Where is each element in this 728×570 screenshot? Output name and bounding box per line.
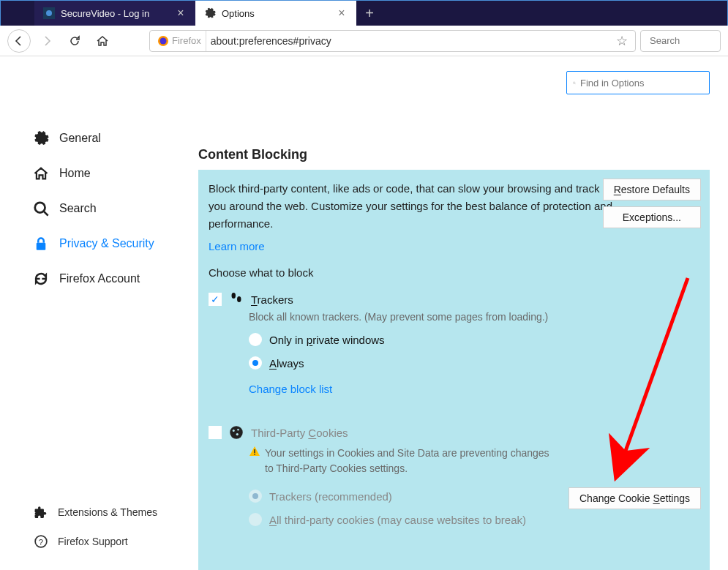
section-title: Content Blocking xyxy=(198,147,710,162)
warning-icon xyxy=(249,446,260,457)
svg-point-15 xyxy=(230,426,243,439)
only-private-option[interactable]: Only in private windows xyxy=(249,333,699,346)
find-in-options[interactable] xyxy=(566,71,710,94)
main-panel: Content Blocking Block third-party conte… xyxy=(198,56,727,569)
tab-strip: SecureVideo - Log in × Options × + xyxy=(0,0,728,26)
radio-label: Only in private windows xyxy=(269,334,385,346)
radio-button xyxy=(249,490,262,503)
change-block-list-link[interactable]: Change block list xyxy=(249,383,332,395)
svg-point-17 xyxy=(237,429,239,431)
tab-title: Options xyxy=(222,8,330,19)
sidebar-item-label: General xyxy=(59,132,101,145)
sidebar-item-account[interactable]: Firefox Account xyxy=(33,261,198,296)
svg-point-18 xyxy=(236,433,239,435)
trackers-icon xyxy=(229,292,244,307)
sidebar-item-privacy[interactable]: Privacy & Security xyxy=(33,226,198,261)
bookmark-icon[interactable]: ☆ xyxy=(612,33,632,49)
trackers-row: ✓ Trackers xyxy=(209,292,699,307)
firefox-icon xyxy=(157,35,169,47)
identity-label: Firefox xyxy=(172,35,201,46)
svg-point-6 xyxy=(35,203,45,213)
search-icon xyxy=(33,200,49,217)
svg-line-7 xyxy=(44,211,48,216)
svg-point-14 xyxy=(237,296,241,302)
cookies-label: Third-Party Cookies xyxy=(251,427,348,439)
sidebar-item-label: Firefox Account xyxy=(59,272,140,285)
gear-icon xyxy=(204,7,216,19)
site-icon xyxy=(43,7,55,19)
sync-icon xyxy=(33,271,49,287)
exceptions-button[interactable]: Exceptions... xyxy=(603,206,701,228)
tab-options[interactable]: Options × xyxy=(195,1,356,26)
sidebar-item-label: Home xyxy=(59,167,91,180)
url-bar[interactable]: Firefox ☆ xyxy=(149,30,636,52)
section-description: Block third-party content, like ads or c… xyxy=(209,180,618,233)
home-icon xyxy=(33,165,49,181)
svg-rect-19 xyxy=(254,449,255,453)
sidebar-item-label: Extensions & Themes xyxy=(58,506,157,518)
svg-point-13 xyxy=(232,293,236,299)
svg-point-1 xyxy=(46,10,52,16)
lock-icon xyxy=(33,236,49,252)
choose-label: Choose what to block xyxy=(209,266,699,279)
radio-button[interactable] xyxy=(249,356,262,370)
cookies-warning: Your settings in Cookies and Site Data a… xyxy=(249,446,556,476)
nav-toolbar: Firefox ☆ xyxy=(0,26,728,56)
radio-label: Always xyxy=(269,357,304,370)
search-bar[interactable] xyxy=(640,30,721,52)
gear-icon xyxy=(33,130,49,146)
svg-text:?: ? xyxy=(39,538,43,547)
sidebar-item-general[interactable]: General xyxy=(33,121,198,156)
trackers-label: Trackers xyxy=(251,293,293,306)
categories-sidebar: General Home Search Privacy & Security F… xyxy=(1,56,198,569)
help-icon: ? xyxy=(33,533,49,550)
trackers-checkbox[interactable]: ✓ xyxy=(209,293,222,306)
content-blocking-panel: Block third-party content, like ads or c… xyxy=(198,170,710,570)
sidebar-item-home[interactable]: Home xyxy=(33,156,198,191)
cookie-icon xyxy=(229,425,244,440)
sidebar-item-label: Search xyxy=(59,202,97,215)
sidebar-item-label: Privacy & Security xyxy=(59,237,154,250)
radio-label: Trackers (recommended) xyxy=(269,490,392,503)
radio-button[interactable] xyxy=(249,333,262,346)
search-icon xyxy=(573,78,576,88)
svg-point-11 xyxy=(573,81,575,83)
search-input[interactable] xyxy=(650,35,728,46)
identity-box[interactable]: Firefox xyxy=(153,31,206,51)
svg-point-3 xyxy=(160,37,167,44)
always-option[interactable]: Always xyxy=(249,356,699,370)
sidebar-item-support[interactable]: ? Firefox Support xyxy=(33,527,157,556)
home-button[interactable] xyxy=(91,29,114,53)
close-icon[interactable]: × xyxy=(175,7,187,19)
forward-button[interactable] xyxy=(35,29,59,53)
url-input[interactable] xyxy=(211,35,607,47)
close-icon[interactable]: × xyxy=(336,7,348,19)
change-cookie-settings-button[interactable]: Change Cookie Settings xyxy=(568,487,701,509)
radio-button xyxy=(249,513,262,526)
puzzle-icon xyxy=(33,504,49,520)
learn-more-link[interactable]: Learn more xyxy=(209,240,265,252)
tab-securevideo[interactable]: SecureVideo - Log in × xyxy=(34,1,195,26)
cookies-row: Third-Party Cookies xyxy=(209,425,699,440)
sidebar-item-label: Firefox Support xyxy=(58,536,128,547)
svg-line-12 xyxy=(575,83,576,84)
cookies-all-option: All third-party cookies (may cause websi… xyxy=(249,513,699,526)
find-input[interactable] xyxy=(580,78,703,89)
svg-rect-8 xyxy=(37,243,46,250)
radio-label: All third-party cookies (may cause websi… xyxy=(269,514,526,526)
trackers-description: Block all known trackers. (May prevent s… xyxy=(249,311,699,323)
sidebar-item-extensions[interactable]: Extensions & Themes xyxy=(33,498,157,527)
svg-point-16 xyxy=(233,430,235,432)
sidebar-item-search[interactable]: Search xyxy=(33,191,198,226)
restore-defaults-button[interactable]: Restore Defaults xyxy=(603,179,701,200)
svg-rect-20 xyxy=(254,454,255,455)
tab-title: SecureVideo - Log in xyxy=(61,8,169,19)
cookies-checkbox xyxy=(209,426,222,439)
preferences-content: General Home Search Privacy & Security F… xyxy=(1,56,727,569)
reload-button[interactable] xyxy=(63,29,86,53)
back-button[interactable] xyxy=(7,29,31,53)
new-tab-button[interactable]: + xyxy=(356,1,383,26)
